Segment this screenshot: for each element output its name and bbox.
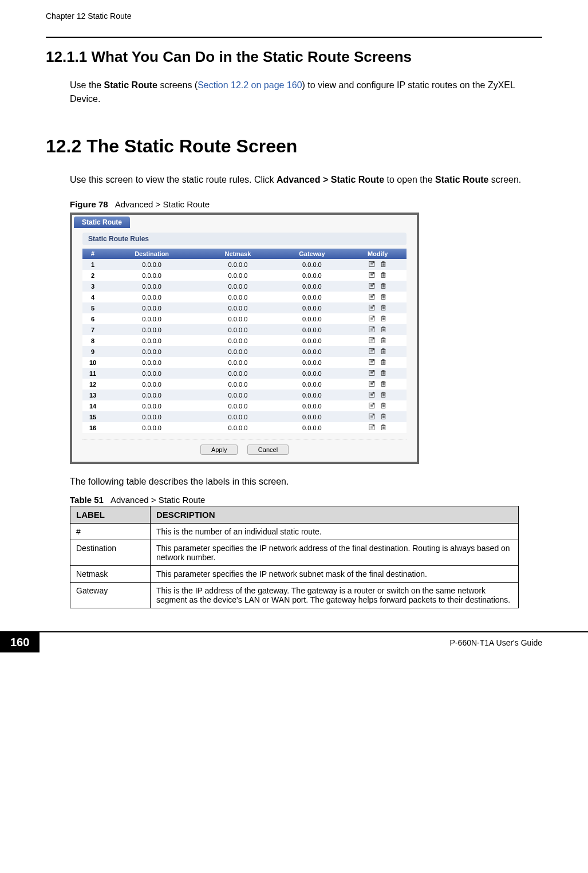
row-netmask: 0.0.0.0 <box>200 292 275 302</box>
row-gateway: 0.0.0.0 <box>275 270 349 281</box>
row-gateway: 0.0.0.0 <box>275 292 349 302</box>
figure-caption: Figure 78Advanced > Static Route <box>70 199 542 209</box>
chapter-label: Chapter 12 Static Route <box>46 11 131 21</box>
row-gateway: 0.0.0.0 <box>275 281 349 292</box>
row-index: 4 <box>82 292 103 302</box>
delete-icon[interactable] <box>380 271 387 278</box>
edit-icon[interactable] <box>369 304 376 311</box>
edit-icon[interactable] <box>369 391 376 398</box>
row-index: 10 <box>82 357 103 368</box>
row-netmask: 0.0.0.0 <box>200 379 275 390</box>
edit-icon[interactable] <box>369 412 376 420</box>
edit-icon[interactable] <box>369 314 376 322</box>
table-row: 130.0.0.00.0.0.00.0.0.0 <box>82 390 407 400</box>
row-netmask: 0.0.0.0 <box>200 368 275 379</box>
edit-icon[interactable] <box>369 336 376 344</box>
row-modify <box>349 422 407 433</box>
table-row: 20.0.0.00.0.0.00.0.0.0 <box>82 270 407 281</box>
row-modify <box>349 302 407 313</box>
row-gateway: 0.0.0.0 <box>275 411 349 422</box>
delete-icon[interactable] <box>380 347 387 355</box>
edit-icon[interactable] <box>369 325 376 333</box>
table-row: 110.0.0.00.0.0.00.0.0.0 <box>82 368 407 379</box>
delete-icon[interactable] <box>380 314 387 322</box>
table-row: 80.0.0.00.0.0.00.0.0.0 <box>82 335 407 346</box>
table-caption: Table 51Advanced > Static Route <box>70 495 542 505</box>
row-gateway: 0.0.0.0 <box>275 400 349 411</box>
table-row: 10.0.0.00.0.0.00.0.0.0 <box>82 259 407 270</box>
delete-icon[interactable] <box>380 391 387 398</box>
col-index: # <box>82 249 103 259</box>
table-row: 70.0.0.00.0.0.00.0.0.0 <box>82 324 407 335</box>
delete-icon[interactable] <box>380 412 387 420</box>
delete-icon[interactable] <box>380 402 387 409</box>
table-row: 140.0.0.00.0.0.00.0.0.0 <box>82 400 407 411</box>
section-link[interactable]: Section 12.2 on page 160 <box>198 80 302 90</box>
delete-icon[interactable] <box>380 369 387 376</box>
row-netmask: 0.0.0.0 <box>200 302 275 313</box>
edit-icon[interactable] <box>369 347 376 355</box>
delete-icon[interactable] <box>380 260 387 268</box>
delete-icon[interactable] <box>380 325 387 333</box>
page-number: 160 <box>0 632 40 652</box>
desc-header-label: LABEL <box>70 506 151 524</box>
col-gateway: Gateway <box>275 249 349 259</box>
table-row: 60.0.0.00.0.0.00.0.0.0 <box>82 313 407 324</box>
edit-icon[interactable] <box>369 380 376 387</box>
row-index: 1 <box>82 259 103 270</box>
delete-icon[interactable] <box>380 380 387 387</box>
delete-icon[interactable] <box>380 336 387 344</box>
row-destination: 0.0.0.0 <box>103 281 200 292</box>
table-row: 50.0.0.00.0.0.00.0.0.0 <box>82 302 407 313</box>
edit-icon[interactable] <box>369 293 376 300</box>
delete-icon[interactable] <box>380 423 387 431</box>
row-modify <box>349 379 407 390</box>
desc-text: This parameter specifies the IP network … <box>151 540 519 566</box>
cancel-button[interactable]: Cancel <box>247 445 289 455</box>
desc-label: # <box>70 524 151 540</box>
edit-icon[interactable] <box>369 271 376 278</box>
row-modify <box>349 411 407 422</box>
row-destination: 0.0.0.0 <box>103 411 200 422</box>
row-modify <box>349 368 407 379</box>
row-destination: 0.0.0.0 <box>103 390 200 400</box>
row-modify <box>349 335 407 346</box>
delete-icon[interactable] <box>380 304 387 311</box>
static-route-tab[interactable]: Static Route <box>74 217 130 228</box>
row-destination: 0.0.0.0 <box>103 357 200 368</box>
row-netmask: 0.0.0.0 <box>200 270 275 281</box>
edit-icon[interactable] <box>369 358 376 365</box>
row-index: 11 <box>82 368 103 379</box>
guide-label: P-660N-T1A User's Guide <box>450 636 588 650</box>
edit-icon[interactable] <box>369 423 376 431</box>
row-modify <box>349 259 407 270</box>
figure-screenshot: Static Route Static Route Rules # Destin… <box>70 213 419 464</box>
row-netmask: 0.0.0.0 <box>200 281 275 292</box>
apply-button[interactable]: Apply <box>200 445 238 455</box>
row-index: 12 <box>82 379 103 390</box>
row-modify <box>349 270 407 281</box>
edit-icon[interactable] <box>369 369 376 376</box>
row-netmask: 0.0.0.0 <box>200 346 275 357</box>
delete-icon[interactable] <box>380 358 387 365</box>
row-destination: 0.0.0.0 <box>103 400 200 411</box>
col-netmask: Netmask <box>200 249 275 259</box>
row-index: 2 <box>82 270 103 281</box>
edit-icon[interactable] <box>369 282 376 289</box>
row-netmask: 0.0.0.0 <box>200 390 275 400</box>
row-netmask: 0.0.0.0 <box>200 400 275 411</box>
row-modify <box>349 390 407 400</box>
row-modify <box>349 292 407 302</box>
table-row: 90.0.0.00.0.0.00.0.0.0 <box>82 346 407 357</box>
section-12-2-heading: 12.2 The Static Route Screen <box>46 136 542 157</box>
row-gateway: 0.0.0.0 <box>275 357 349 368</box>
row-modify <box>349 346 407 357</box>
desc-text: This parameter specifies the IP network … <box>151 566 519 583</box>
delete-icon[interactable] <box>380 282 387 289</box>
delete-icon[interactable] <box>380 293 387 300</box>
table-row: 30.0.0.00.0.0.00.0.0.0 <box>82 281 407 292</box>
row-netmask: 0.0.0.0 <box>200 422 275 433</box>
edit-icon[interactable] <box>369 260 376 268</box>
edit-icon[interactable] <box>369 402 376 409</box>
row-netmask: 0.0.0.0 <box>200 411 275 422</box>
